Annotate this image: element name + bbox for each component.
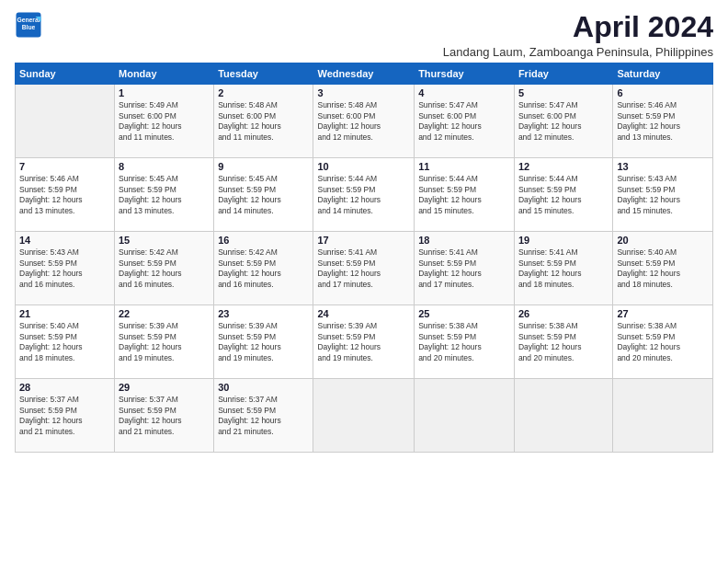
col-thursday: Thursday [415,63,515,85]
calendar-cell: 27Sunrise: 5:38 AMSunset: 5:59 PMDayligh… [613,305,713,379]
day-number: 27 [617,308,709,319]
day-number: 22 [119,308,210,319]
day-info: Sunrise: 5:42 AMSunset: 5:59 PMDaylight:… [218,247,309,290]
day-info: Sunrise: 5:37 AMSunset: 5:59 PMDaylight:… [19,395,110,437]
title-section: April 2024 Landang Laum, Zamboanga Penin… [443,11,713,59]
day-number: 11 [418,161,510,172]
day-number: 3 [317,87,410,98]
calendar-cell: 10Sunrise: 5:44 AMSunset: 5:59 PMDayligh… [313,158,415,232]
day-info: Sunrise: 5:48 AMSunset: 6:00 PMDaylight:… [218,100,309,143]
day-number: 13 [617,161,709,172]
calendar-cell: 19Sunrise: 5:41 AMSunset: 5:59 PMDayligh… [514,232,612,305]
calendar-cell: 25Sunrise: 5:38 AMSunset: 5:59 PMDayligh… [415,305,515,379]
calendar-cell: 1Sunrise: 5:49 AMSunset: 6:00 PMDaylight… [115,85,214,158]
day-number: 15 [119,235,210,246]
logo: General Blue [15,11,42,39]
day-number: 25 [418,308,510,319]
calendar-week-4: 21Sunrise: 5:40 AMSunset: 5:59 PMDayligh… [16,305,713,379]
day-info: Sunrise: 5:43 AMSunset: 5:59 PMDaylight:… [19,247,110,290]
day-info: Sunrise: 5:37 AMSunset: 5:59 PMDaylight:… [218,395,309,437]
calendar-cell: 5Sunrise: 5:47 AMSunset: 6:00 PMDaylight… [514,85,612,158]
day-number: 12 [518,161,609,172]
calendar-cell: 16Sunrise: 5:42 AMSunset: 5:59 PMDayligh… [214,232,313,305]
calendar-cell: 28Sunrise: 5:37 AMSunset: 5:59 PMDayligh… [16,379,115,453]
day-info: Sunrise: 5:42 AMSunset: 5:59 PMDaylight:… [119,247,210,290]
calendar-cell: 18Sunrise: 5:41 AMSunset: 5:59 PMDayligh… [415,232,515,305]
day-info: Sunrise: 5:39 AMSunset: 5:59 PMDaylight:… [119,321,210,363]
page: General Blue April 2024 Landang Laum, Za… [0,0,728,563]
calendar-cell: 3Sunrise: 5:48 AMSunset: 6:00 PMDaylight… [313,85,415,158]
calendar-cell: 2Sunrise: 5:48 AMSunset: 6:00 PMDaylight… [214,85,313,158]
day-number: 14 [19,235,110,246]
day-number: 24 [317,308,410,319]
calendar-cell: 11Sunrise: 5:44 AMSunset: 5:59 PMDayligh… [415,158,515,232]
calendar-cell [415,379,515,453]
col-wednesday: Wednesday [313,63,415,85]
calendar-week-1: 1Sunrise: 5:49 AMSunset: 6:00 PMDaylight… [16,85,713,158]
day-number: 30 [218,382,309,393]
calendar-cell: 4Sunrise: 5:47 AMSunset: 6:00 PMDaylight… [415,85,515,158]
day-info: Sunrise: 5:37 AMSunset: 5:59 PMDaylight:… [119,395,210,437]
svg-text:Blue: Blue [22,24,36,30]
day-number: 2 [218,87,309,98]
day-number: 19 [518,235,609,246]
calendar-cell [313,379,415,453]
calendar-cell: 29Sunrise: 5:37 AMSunset: 5:59 PMDayligh… [115,379,214,453]
day-number: 6 [617,87,709,98]
day-number: 26 [518,308,609,319]
day-number: 16 [218,235,309,246]
day-number: 10 [317,161,410,172]
day-number: 28 [19,382,110,393]
calendar-cell: 9Sunrise: 5:45 AMSunset: 5:59 PMDaylight… [214,158,313,232]
day-info: Sunrise: 5:43 AMSunset: 5:59 PMDaylight:… [617,174,709,216]
col-monday: Monday [115,63,214,85]
calendar-cell: 22Sunrise: 5:39 AMSunset: 5:59 PMDayligh… [115,305,214,379]
day-number: 1 [119,87,210,98]
calendar-cell: 20Sunrise: 5:40 AMSunset: 5:59 PMDayligh… [613,232,713,305]
day-number: 18 [418,235,510,246]
header: General Blue April 2024 Landang Laum, Za… [15,11,713,59]
day-info: Sunrise: 5:46 AMSunset: 5:59 PMDaylight:… [19,174,110,216]
day-info: Sunrise: 5:44 AMSunset: 5:59 PMDaylight:… [418,174,510,216]
day-number: 5 [518,87,609,98]
day-number: 9 [218,161,309,172]
col-saturday: Saturday [613,63,713,85]
day-info: Sunrise: 5:41 AMSunset: 5:59 PMDaylight:… [317,247,410,290]
calendar-week-5: 28Sunrise: 5:37 AMSunset: 5:59 PMDayligh… [16,379,713,453]
day-number: 4 [418,87,510,98]
day-info: Sunrise: 5:38 AMSunset: 5:59 PMDaylight:… [617,321,709,363]
day-info: Sunrise: 5:49 AMSunset: 6:00 PMDaylight:… [119,100,210,143]
calendar-table: Sunday Monday Tuesday Wednesday Thursday… [15,63,713,453]
day-info: Sunrise: 5:39 AMSunset: 5:59 PMDaylight:… [218,321,309,363]
logo-icon: General Blue [15,11,42,39]
header-row: Sunday Monday Tuesday Wednesday Thursday… [16,63,713,85]
calendar-cell: 21Sunrise: 5:40 AMSunset: 5:59 PMDayligh… [16,305,115,379]
calendar-cell: 24Sunrise: 5:39 AMSunset: 5:59 PMDayligh… [313,305,415,379]
day-number: 21 [19,308,110,319]
day-info: Sunrise: 5:44 AMSunset: 5:59 PMDaylight:… [317,174,410,216]
day-info: Sunrise: 5:47 AMSunset: 6:00 PMDaylight:… [418,100,510,143]
calendar-cell: 17Sunrise: 5:41 AMSunset: 5:59 PMDayligh… [313,232,415,305]
day-info: Sunrise: 5:45 AMSunset: 5:59 PMDaylight:… [119,174,210,216]
day-info: Sunrise: 5:38 AMSunset: 5:59 PMDaylight:… [418,321,510,363]
calendar-cell: 23Sunrise: 5:39 AMSunset: 5:59 PMDayligh… [214,305,313,379]
calendar-cell: 26Sunrise: 5:38 AMSunset: 5:59 PMDayligh… [514,305,612,379]
day-number: 29 [119,382,210,393]
calendar-cell: 7Sunrise: 5:46 AMSunset: 5:59 PMDaylight… [16,158,115,232]
calendar-header: Sunday Monday Tuesday Wednesday Thursday… [16,63,713,85]
calendar-cell: 12Sunrise: 5:44 AMSunset: 5:59 PMDayligh… [514,158,612,232]
calendar-cell: 13Sunrise: 5:43 AMSunset: 5:59 PMDayligh… [613,158,713,232]
col-friday: Friday [514,63,612,85]
day-info: Sunrise: 5:38 AMSunset: 5:59 PMDaylight:… [518,321,609,363]
day-info: Sunrise: 5:40 AMSunset: 5:59 PMDaylight:… [19,321,110,363]
month-title: April 2024 [443,11,713,43]
day-info: Sunrise: 5:48 AMSunset: 6:00 PMDaylight:… [317,100,410,143]
day-info: Sunrise: 5:41 AMSunset: 5:59 PMDaylight:… [518,247,609,290]
day-number: 17 [317,235,410,246]
calendar-cell [613,379,713,453]
calendar-cell: 14Sunrise: 5:43 AMSunset: 5:59 PMDayligh… [16,232,115,305]
calendar-body: 1Sunrise: 5:49 AMSunset: 6:00 PMDaylight… [16,85,713,453]
day-info: Sunrise: 5:41 AMSunset: 5:59 PMDaylight:… [418,247,510,290]
calendar-cell: 8Sunrise: 5:45 AMSunset: 5:59 PMDaylight… [115,158,214,232]
day-number: 8 [119,161,210,172]
